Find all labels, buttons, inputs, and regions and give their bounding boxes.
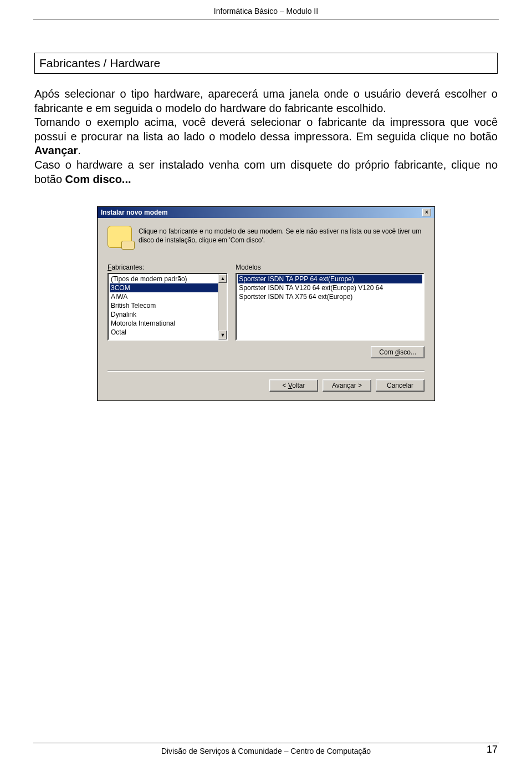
back-button[interactable]: < Voltar bbox=[269, 379, 318, 392]
page-number: 17 bbox=[487, 744, 498, 755]
scroll-up-icon[interactable]: ▲ bbox=[218, 274, 227, 283]
models-listbox[interactable]: Sportster ISDN TA PPP 64 ext(Europe) Spo… bbox=[236, 273, 424, 341]
list-item[interactable]: AIWA bbox=[110, 292, 226, 301]
modem-icon bbox=[108, 226, 132, 248]
next-button[interactable]: Avançar > bbox=[323, 379, 371, 392]
paragraph-2a: Tomando o exemplo acima, você deverá sel… bbox=[34, 116, 498, 143]
dialog-body: Clique no fabricante e no modelo de seu … bbox=[98, 218, 434, 400]
models-column: Modelos Sportster ISDN TA PPP 64 ext(Eur… bbox=[236, 263, 424, 341]
content-area: Fabricantes / Hardware Após selecionar o… bbox=[34, 53, 498, 401]
footer-text: Divisão de Serviços à Comunidade – Centr… bbox=[161, 747, 371, 755]
instruction-text: Clique no fabricante e no modelo de seu … bbox=[139, 226, 424, 248]
section-title: Fabricantes / Hardware bbox=[34, 53, 498, 74]
with-disk-button[interactable]: Com disco... bbox=[371, 346, 424, 358]
separator bbox=[108, 371, 424, 372]
paragraph-2-bold: Avançar bbox=[34, 144, 78, 156]
list-item[interactable]: (Tipos de modem padrão) bbox=[110, 275, 226, 283]
page-header: Informática Básico – Modulo II bbox=[0, 0, 532, 16]
list-item[interactable]: Octal bbox=[110, 328, 226, 337]
cancel-button[interactable]: Cancelar bbox=[376, 379, 424, 392]
list-item[interactable]: 3COM bbox=[110, 283, 226, 292]
body-text: Após selecionar o tipo hardware, aparece… bbox=[34, 87, 498, 186]
page-footer: Divisão de Serviços à Comunidade – Centr… bbox=[0, 743, 532, 755]
paragraph-3-bold: Com disco... bbox=[65, 173, 131, 185]
manufacturers-column: Fabricantes: (Tipos de modem padrão) 3CO… bbox=[108, 263, 228, 341]
footer-rule bbox=[33, 743, 499, 743]
header-rule bbox=[33, 19, 499, 19]
models-label: Modelos bbox=[236, 263, 424, 271]
close-icon[interactable]: × bbox=[422, 209, 431, 216]
manufacturers-listbox[interactable]: (Tipos de modem padrão) 3COM AIWA Britis… bbox=[108, 273, 228, 341]
dialog-titlebar[interactable]: Instalar novo modem × bbox=[98, 207, 434, 218]
manufacturers-label: Fabricantes: bbox=[108, 263, 228, 271]
list-item[interactable]: British Telecom bbox=[110, 301, 226, 310]
list-item[interactable]: Sportster ISDN TA PPP 64 ext(Europe) bbox=[238, 275, 422, 283]
list-item[interactable]: Sportster ISDN TA X75 64 ext(Europe) bbox=[238, 292, 422, 301]
wizard-buttons: < Voltar Avançar > Cancelar bbox=[108, 379, 424, 392]
modem-install-dialog: Instalar novo modem × Clique no fabrican… bbox=[97, 206, 435, 401]
screenshot-container: Instalar novo modem × Clique no fabrican… bbox=[34, 206, 498, 401]
instruction-row: Clique no fabricante e no modelo de seu … bbox=[108, 226, 424, 248]
list-item[interactable]: Motorola International bbox=[110, 319, 226, 328]
scrollbar[interactable]: ▲ ▼ bbox=[218, 274, 227, 339]
list-item[interactable]: Sportster ISDN TA V120 64 ext(Europe) V1… bbox=[238, 283, 422, 292]
list-item[interactable]: Dynalink bbox=[110, 310, 226, 319]
scroll-down-icon[interactable]: ▼ bbox=[218, 331, 227, 339]
paragraph-2c: . bbox=[78, 144, 81, 156]
columns: Fabricantes: (Tipos de modem padrão) 3CO… bbox=[108, 263, 424, 341]
disk-button-row: Com disco... bbox=[108, 346, 424, 358]
dialog-title: Instalar novo modem bbox=[101, 209, 168, 216]
paragraph-1: Após selecionar o tipo hardware, aparece… bbox=[34, 88, 498, 114]
